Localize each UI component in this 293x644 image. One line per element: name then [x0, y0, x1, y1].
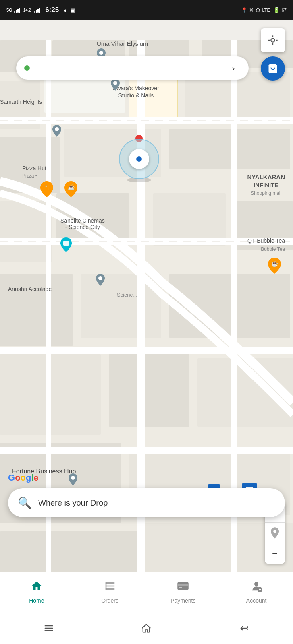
draggable-location-pin[interactable] [119, 139, 159, 182]
map-area[interactable]: › Uma Vihar Elysium Swara's MakeoverStud… [0, 20, 293, 644]
bluetooth-icon: ✕ [249, 7, 254, 13]
svg-rect-20 [109, 354, 189, 427]
system-menu-button[interactable] [39, 618, 59, 638]
home-nav-icon [31, 580, 43, 595]
svg-rect-65 [178, 584, 189, 586]
shopping-bag-button[interactable] [261, 56, 285, 80]
orders-nav-label: Orders [101, 597, 118, 604]
svg-point-42 [99, 51, 103, 55]
nav-item-orders[interactable]: Orders [73, 576, 147, 608]
svg-rect-11 [169, 129, 290, 169]
svg-rect-47 [63, 241, 69, 246]
green-dot-indicator [24, 65, 30, 71]
svg-rect-16 [0, 274, 73, 346]
status-bar: 5G 14.2 6:25 ● ▣ 📍 ✕ ⊙ LTE 🔋 67 [0, 0, 293, 20]
time: 6:25 [45, 6, 59, 14]
svg-text:🍴: 🍴 [44, 184, 51, 191]
screen-icon: ▣ [70, 7, 75, 13]
payments-nav-icon [177, 580, 189, 595]
svg-rect-60 [105, 582, 114, 584]
google-logo: Google [8, 473, 39, 483]
svg-rect-66 [179, 587, 182, 588]
signal-5g: 5G [6, 8, 12, 12]
svg-text:☕: ☕ [68, 184, 75, 191]
nav-item-payments[interactable]: Payments [147, 576, 220, 608]
bottom-nav: Home Orders Payments [0, 572, 293, 612]
search-arrow-button[interactable]: › [226, 61, 241, 75]
small-gray-pin [52, 125, 61, 138]
samarth-label: Samarth Heights [0, 99, 42, 105]
payments-nav-label: Payments [170, 597, 195, 604]
zoom-pin-button[interactable] [265, 523, 285, 543]
svg-rect-19 [0, 354, 101, 435]
nav-item-home[interactable]: Home [0, 576, 73, 608]
location-button[interactable] [261, 28, 285, 52]
nav-item-account[interactable]: Account [220, 576, 293, 608]
location-icon: 📍 [241, 7, 247, 13]
sanelite-label: Sanelite Cinemas- Science City [60, 217, 105, 230]
google-o2: o [21, 473, 26, 483]
dot-icon: ● [64, 7, 67, 13]
svg-point-59 [273, 530, 276, 533]
svg-rect-14 [153, 193, 226, 246]
swara-pin [111, 78, 120, 92]
network-speed: 14.2 [23, 8, 31, 12]
zoom-out-button[interactable]: − [265, 543, 285, 564]
joystick-inner [129, 149, 149, 169]
svg-point-44 [55, 127, 59, 131]
svg-rect-17 [81, 274, 161, 338]
google-g2: g [26, 473, 31, 483]
svg-point-49 [98, 276, 102, 280]
hamburger-icon [43, 623, 54, 634]
anushri-pin [96, 274, 105, 287]
system-back-button[interactable] [234, 618, 254, 638]
drop-search-bar[interactable]: 🔍 Where is your Drop [8, 488, 285, 517]
orders-nav-icon [104, 580, 116, 595]
uma-vihar-label: Uma Vihar Elysium [97, 40, 148, 47]
joystick-center-dot [136, 156, 142, 162]
search-bar-top[interactable]: › [16, 56, 249, 80]
svg-rect-12 [0, 201, 52, 262]
google-g: G [8, 473, 15, 483]
google-o1: o [15, 473, 20, 483]
account-nav-icon [250, 580, 262, 595]
svg-rect-71 [45, 630, 53, 631]
fortune-pin [69, 473, 77, 487]
back-icon [239, 623, 250, 634]
drop-search-icon: 🔍 [18, 496, 32, 510]
svg-rect-21 [197, 358, 293, 427]
pizza-hut-label: Pizza Hut [22, 165, 46, 171]
anushri-label: Anushri Accolade [8, 286, 52, 292]
battery-icon: 🔋 [273, 7, 280, 13]
bubble-tea-pin: ☕ [268, 258, 281, 275]
restaurant-pin-1: 🍴 [40, 181, 53, 199]
search-input-top[interactable] [34, 64, 226, 72]
joystick-outer [119, 139, 159, 179]
science-label: Scienc... [117, 292, 137, 298]
svg-text:☕: ☕ [271, 260, 278, 267]
qt-bubble-tea-sub-label: Bubble Tea [261, 246, 285, 252]
swara-label: Swara's MakeoverStudio & Nails [113, 85, 159, 99]
home-nav-label: Home [29, 597, 44, 604]
system-home-button[interactable] [136, 618, 156, 638]
system-nav [0, 612, 293, 644]
qt-bubble-tea-label: QT Bubble Tea [247, 237, 285, 244]
account-nav-label: Account [246, 597, 267, 604]
nfc-icon: ⊙ [256, 7, 260, 13]
nyalkaran-label: NYALKARANINFINITEShopping mall [247, 173, 285, 197]
svg-rect-18 [169, 274, 290, 338]
bag-icon [267, 63, 278, 74]
svg-point-67 [254, 582, 258, 586]
svg-rect-69 [45, 625, 53, 626]
pin-icon [271, 527, 279, 539]
status-right: 📍 ✕ ⊙ LTE 🔋 67 [241, 7, 287, 13]
svg-rect-62 [105, 588, 114, 590]
svg-rect-0 [0, 40, 293, 624]
crosshair-icon [267, 35, 278, 46]
signal-bars-2 [34, 8, 40, 13]
battery-percent: 67 [282, 8, 287, 12]
signal-bars [14, 8, 20, 13]
home-system-icon [141, 623, 152, 634]
drop-search-text: Where is your Drop [38, 498, 108, 508]
network-icon: LTE [262, 8, 270, 12]
